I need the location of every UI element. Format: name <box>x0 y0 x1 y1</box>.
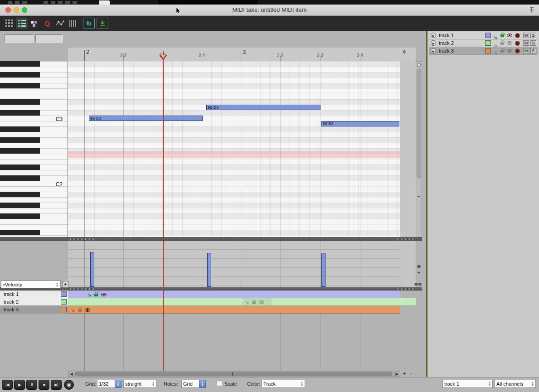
track-color-swatch[interactable] <box>485 33 491 38</box>
grid-size-dropdown[interactable]: 1/32 <box>97 380 115 388</box>
track-color-swatch[interactable] <box>485 48 491 53</box>
solo-button[interactable]: S <box>530 40 536 46</box>
record-arm-icon[interactable] <box>515 33 520 38</box>
track-color-swatch[interactable] <box>61 291 67 297</box>
active-edit-icon[interactable] <box>71 305 75 314</box>
play-circle-icon[interactable] <box>431 33 436 38</box>
note-grid-view-icon[interactable] <box>3 18 15 29</box>
note-grid[interactable] <box>68 61 400 239</box>
channel-filter-dropdown[interactable]: All channels <box>495 380 536 388</box>
stop-button[interactable]: ■ <box>39 380 49 390</box>
black-keys[interactable] <box>0 61 40 239</box>
velocity-splitter[interactable] <box>0 237 422 241</box>
lock-icon[interactable] <box>500 34 504 37</box>
track-lane-3[interactable] <box>68 306 400 314</box>
lock-icon[interactable] <box>252 301 256 304</box>
scale-checkbox[interactable] <box>217 381 222 386</box>
lock-icon[interactable] <box>500 50 504 53</box>
velocity-zoom-in-button[interactable]: + <box>416 270 422 276</box>
horizontal-zoom-in-button[interactable]: + <box>401 371 408 377</box>
note-property-box-1[interactable] <box>5 34 34 43</box>
active-edit-icon[interactable] <box>245 298 249 306</box>
panel-track-row-2[interactable]: track 2 M S <box>429 39 538 47</box>
velocity-bar-2[interactable] <box>207 253 211 287</box>
midi-note-c3[interactable]: 96 C3 <box>89 116 203 121</box>
velocity-zoom-out-button[interactable]: − <box>416 276 422 281</box>
pause-button[interactable]: Ⅱ <box>26 380 37 390</box>
visibility-eye-icon[interactable] <box>101 293 107 296</box>
keyboard-toggle-knob[interactable] <box>417 63 421 67</box>
visibility-eye-icon[interactable] <box>85 308 90 312</box>
track-row-1[interactable]: track 1 <box>0 290 68 298</box>
quantize-icon[interactable]: Q <box>41 18 53 29</box>
active-edit-icon[interactable] <box>493 48 497 56</box>
titlebar[interactable]: MIDI take: untitled MIDI item <box>0 5 539 16</box>
lock-icon[interactable] <box>500 42 504 45</box>
horizontal-zoom-out-button[interactable]: − <box>408 371 414 377</box>
velocity-lane[interactable] <box>68 241 400 287</box>
play-circle-icon[interactable] <box>431 40 436 46</box>
track-row-3-selected[interactable]: track 3 <box>0 306 68 314</box>
solo-button[interactable]: S <box>530 48 536 53</box>
grid-vertical-scrollbar-thumb[interactable] <box>417 69 421 178</box>
solo-button[interactable]: S <box>530 33 536 38</box>
panel-track-row-1[interactable]: track 1 M S <box>429 32 538 39</box>
midi-note-d3[interactable]: 96 D3 <box>206 105 320 110</box>
panel-track-row-3-selected[interactable]: track 3 M S <box>429 47 538 55</box>
track-lane-2[interactable] <box>68 298 416 306</box>
record-arm-icon[interactable] <box>515 41 520 46</box>
import-notes-icon[interactable] <box>97 18 108 29</box>
go-to-start-button[interactable]: |◀ <box>2 380 13 390</box>
scroll-left-arrow[interactable] <box>68 371 75 377</box>
event-lines-icon[interactable] <box>67 18 78 29</box>
mute-button[interactable]: M <box>523 40 529 46</box>
visibility-eye-icon[interactable] <box>507 41 512 45</box>
track-lane-1[interactable] <box>68 290 400 298</box>
visibility-eye-icon[interactable] <box>507 49 512 53</box>
horizontal-scrollbar-thumb[interactable] <box>75 372 392 376</box>
color-mode-dropdown[interactable]: Track <box>262 380 305 388</box>
track-filter-dropdown[interactable]: track 1 <box>442 380 493 388</box>
track-color-swatch[interactable] <box>61 299 67 305</box>
lock-icon[interactable] <box>94 294 98 296</box>
metronome-button[interactable]: ◉ <box>64 380 74 390</box>
splitter-grip[interactable] <box>397 238 415 240</box>
play-circle-icon[interactable] <box>431 48 436 53</box>
timeline-ruler[interactable]: 2 2.2 2.3 2.4 3 3.2 3.3 3.4 4 <box>68 48 416 61</box>
sync-playback-icon[interactable]: ↻ <box>83 18 95 29</box>
color-palette-icon[interactable] <box>29 18 40 29</box>
track-row-2[interactable]: track 2 <box>0 298 68 306</box>
notes-size-spinner[interactable] <box>199 380 206 388</box>
piano-keyboard[interactable] <box>0 61 68 239</box>
grid-size-spinner[interactable] <box>115 380 121 388</box>
splitter-grip[interactable] <box>69 238 94 240</box>
velocity-lane-options-icon[interactable]: ◉ <box>416 264 422 269</box>
splitter-grip[interactable] <box>69 288 94 290</box>
mute-button[interactable]: M <box>523 33 529 38</box>
play-button[interactable]: ▶ <box>14 380 25 390</box>
scroll-right-arrow[interactable] <box>393 371 400 377</box>
velocity-bar-3[interactable] <box>321 253 325 287</box>
note-property-box-2[interactable] <box>35 34 63 43</box>
named-notes-view-icon[interactable] <box>16 18 28 29</box>
velocity-lane-grip[interactable] <box>414 283 422 286</box>
add-cc-lane-button[interactable]: + <box>62 281 69 288</box>
dock-pin-icon[interactable] <box>528 6 535 14</box>
envelope-points-icon[interactable] <box>54 18 66 29</box>
go-to-end-button[interactable]: ▶| <box>51 380 62 390</box>
cc-lane-selector[interactable]: •Velocity <box>1 281 61 288</box>
swing-dropdown[interactable]: straight <box>123 380 156 388</box>
active-edit-icon[interactable] <box>87 290 91 298</box>
vertical-zoom-out-button[interactable]: − <box>416 194 422 199</box>
velocity-bar-1[interactable] <box>90 252 94 287</box>
mute-button[interactable]: M <box>523 48 529 53</box>
notes-size-dropdown[interactable]: Grid <box>181 380 199 388</box>
splitter-grip[interactable] <box>397 288 415 290</box>
lock-icon[interactable] <box>78 309 82 312</box>
track-color-swatch[interactable] <box>485 40 491 46</box>
visibility-eye-icon[interactable] <box>507 34 512 37</box>
track-color-swatch[interactable] <box>61 307 67 312</box>
midi-note-b2[interactable]: 96 B2 <box>321 121 399 126</box>
record-arm-icon[interactable] <box>515 48 520 53</box>
visibility-eye-icon[interactable] <box>259 300 264 304</box>
